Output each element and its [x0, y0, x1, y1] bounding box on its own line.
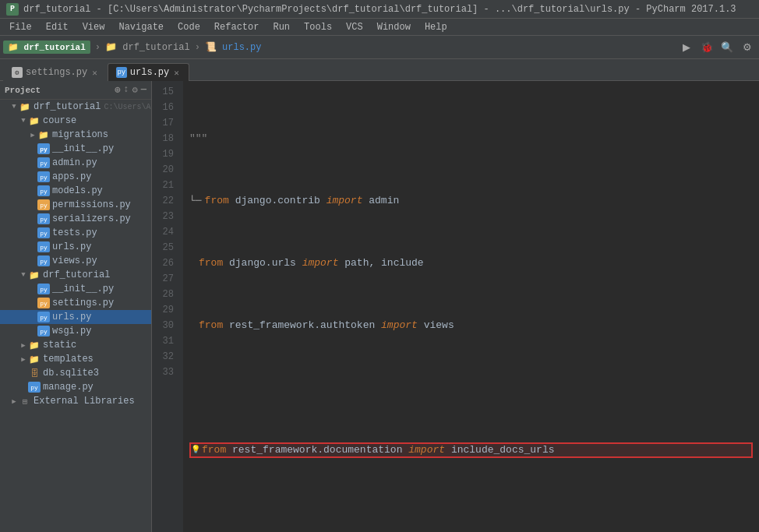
- py-icon-orange: py: [37, 199, 50, 210]
- code-editor[interactable]: 15 16 17 18 19 20 21 22 23 24 25 26 27 2…: [152, 81, 759, 532]
- toolbar-debug-btn[interactable]: 🐞: [698, 39, 715, 56]
- urls-tab-close[interactable]: ✕: [172, 68, 181, 78]
- tree-course-folder[interactable]: ▼ 📁 course: [0, 114, 151, 128]
- menu-vcs[interactable]: VCS: [340, 20, 369, 34]
- tree-arrow: ▶: [19, 355, 28, 364]
- tree-arrow: ▶: [19, 341, 28, 350]
- menu-help[interactable]: Help: [418, 20, 454, 34]
- py-icon-orange: py: [37, 298, 50, 308]
- tree-tests-py[interactable]: py tests.py: [0, 226, 151, 240]
- code-area: 15 16 17 18 19 20 21 22 23 24 25 26 27 2…: [152, 81, 759, 532]
- tree-label: External Libraries: [34, 396, 135, 407]
- folder-icon: 📁: [28, 115, 41, 126]
- tree-label: db.sqlite3: [43, 368, 99, 379]
- title-bar: P drf_tutorial - [C:\Users\Administrator…: [0, 0, 759, 19]
- toolbar-run-btn[interactable]: ▶: [678, 39, 695, 56]
- sidebar-header-label: Project: [5, 86, 41, 95]
- tree-apps-py[interactable]: py apps.py: [0, 170, 151, 184]
- toolbar-settings-btn[interactable]: ⚙: [739, 39, 756, 56]
- db-icon: 🗄: [28, 368, 41, 379]
- tree-templates-folder[interactable]: ▶ 📁 templates: [0, 352, 151, 366]
- tree-urls-py-course[interactable]: py urls.py: [0, 240, 151, 254]
- sidebar-icon-4[interactable]: —: [141, 84, 147, 96]
- py-icon: py: [37, 185, 50, 196]
- menu-navigate[interactable]: Navigate: [112, 20, 170, 34]
- tab-settings[interactable]: ⚙ settings.py ✕: [3, 63, 108, 81]
- tree-views-py[interactable]: py views.py: [0, 254, 151, 268]
- project-folder-label: 📁 drf_tutorial: [8, 43, 86, 52]
- library-icon: ⊞: [19, 396, 31, 407]
- subfolder-label: 📁 drf_tutorial: [105, 41, 190, 53]
- tree-migrations-folder[interactable]: ▶ 📁 migrations: [0, 128, 151, 142]
- sidebar: Project ⊕ ↕ ⚙ — ▼ 📁 drf_tutorial C:\User…: [0, 81, 152, 532]
- code-line-16: └─from django.contrib import admin: [189, 193, 753, 209]
- urls-tab-icon: py: [116, 67, 127, 78]
- tree-label: views.py: [52, 255, 97, 266]
- sidebar-icon-3[interactable]: ⚙: [132, 84, 138, 96]
- tree-permissions-py[interactable]: py permissions.py: [0, 198, 151, 212]
- settings-tab-label: settings.py: [26, 67, 87, 78]
- tree-db-sqlite3[interactable]: 🗄 db.sqlite3: [0, 366, 151, 380]
- code-line-18: from rest_framework.authtoken import vie…: [189, 318, 753, 333]
- tree-label: templates: [43, 354, 94, 365]
- menu-file[interactable]: File: [3, 20, 38, 34]
- folder-icon: 📁: [28, 270, 41, 280]
- menu-edit[interactable]: Edit: [40, 20, 75, 34]
- py-icon-active: py: [37, 312, 50, 322]
- current-file-label: 📜 urls.py: [205, 41, 262, 53]
- tree-label: tests.py: [52, 227, 97, 238]
- toolbar-search-btn[interactable]: 🔍: [718, 39, 736, 56]
- menu-refactor[interactable]: Refactor: [208, 20, 266, 34]
- main-content: Project ⊕ ↕ ⚙ — ▼ 📁 drf_tutorial C:\User…: [0, 81, 759, 532]
- tree-external-libraries[interactable]: ▶ ⊞ External Libraries: [0, 394, 151, 408]
- code-line-20: 💡from rest_framework.documentation impor…: [189, 442, 753, 458]
- py-icon: py: [37, 227, 50, 238]
- tree-settings-py[interactable]: py settings.py: [0, 296, 151, 310]
- tree-label: urls.py: [52, 312, 91, 322]
- py-icon: py: [37, 326, 50, 336]
- tree-init-py-1[interactable]: py __init__.py: [0, 142, 151, 156]
- tree-root-drf-tutorial[interactable]: ▼ 📁 drf_tutorial C:\Users\Ad...: [0, 100, 151, 114]
- sidebar-icon-1[interactable]: ⊕: [115, 84, 120, 96]
- code-content[interactable]: """ └─from django.contrib import admin f…: [183, 81, 759, 532]
- sidebar-icon-2[interactable]: ↕: [123, 84, 129, 96]
- code-line-21: [189, 505, 753, 520]
- tree-label: admin.py: [52, 157, 97, 168]
- py-icon: py: [37, 255, 50, 266]
- sidebar-header: Project ⊕ ↕ ⚙ —: [0, 81, 151, 100]
- tab-bar: ⚙ settings.py ✕ py urls.py ✕: [0, 59, 759, 81]
- py-icon: py: [28, 382, 41, 393]
- tree-label: serializers.py: [52, 213, 131, 224]
- project-folder-tag[interactable]: 📁 drf_tutorial: [3, 41, 90, 54]
- menu-tools[interactable]: Tools: [298, 20, 338, 34]
- tree-arrow: ▼: [9, 103, 19, 111]
- menu-run[interactable]: Run: [267, 20, 296, 34]
- tree-label: wsgi.py: [52, 326, 91, 336]
- menu-code[interactable]: Code: [171, 20, 207, 34]
- tree-admin-py[interactable]: py admin.py: [0, 156, 151, 170]
- menu-view[interactable]: View: [76, 20, 111, 34]
- tree-urls-py-drf[interactable]: py urls.py: [0, 310, 151, 324]
- tree-wsgi-py[interactable]: py wsgi.py: [0, 324, 151, 338]
- tree-label: __init__.py: [52, 284, 114, 294]
- tree-label: permissions.py: [52, 199, 131, 210]
- tree-arrow: ▼: [19, 271, 28, 279]
- tree-arrow: ▼: [19, 117, 28, 125]
- tree-label: static: [43, 340, 76, 351]
- folder-icon: 📁: [28, 354, 41, 365]
- tree-manage-py[interactable]: py manage.py: [0, 380, 151, 394]
- app-icon: P: [6, 3, 19, 16]
- tree-static-folder[interactable]: ▶ 📁 static: [0, 338, 151, 352]
- menu-window[interactable]: Window: [371, 20, 417, 34]
- tree-drf-tutorial-subfolder[interactable]: ▼ 📁 drf_tutorial: [0, 268, 151, 282]
- settings-tab-close[interactable]: ✕: [90, 68, 99, 78]
- tree-models-py[interactable]: py models.py: [0, 184, 151, 198]
- tab-urls[interactable]: py urls.py ✕: [108, 63, 189, 81]
- tree-init-py-2[interactable]: py __init__.py: [0, 282, 151, 296]
- tree-label: drf_tutorial: [34, 101, 101, 112]
- py-icon: py: [37, 143, 50, 154]
- tree-serializers-py[interactable]: py serializers.py: [0, 212, 151, 226]
- tree-arrow: ▶: [9, 397, 19, 406]
- py-icon: py: [37, 284, 50, 294]
- tree-label: course: [43, 115, 76, 126]
